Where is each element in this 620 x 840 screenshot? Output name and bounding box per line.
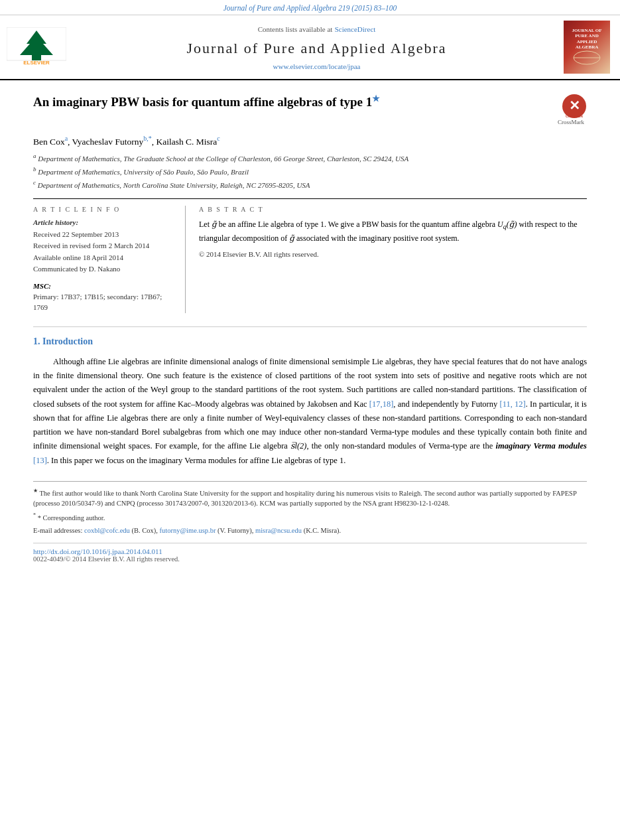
introduction-section: 1. Introduction Although affine Lie alge… xyxy=(33,326,587,468)
authors-line: Ben Coxa, Vyacheslav Futornyb,*, Kailash… xyxy=(33,135,587,147)
ref-13[interactable]: [13] xyxy=(33,456,47,465)
doi-link[interactable]: http://dx.doi.org/10.1016/j.jpaa.2014.04… xyxy=(33,547,587,555)
aff-sup-a: a xyxy=(33,153,36,159)
journal-header: ELSEVIER Contents lists available at Sci… xyxy=(0,15,620,80)
sciencedirect-link[interactable]: ScienceDirect xyxy=(335,25,376,33)
article-title-section: An imaginary PBW basis for quantum affin… xyxy=(33,94,587,125)
elsevier-logo-icon: ELSEVIER xyxy=(7,27,66,67)
email-label: E-mail addresses: xyxy=(33,527,82,534)
history-item-3: Available online 18 April 2014 xyxy=(33,252,176,264)
intro-paragraph-1: Although affine Lie algebras are infinit… xyxy=(33,355,587,468)
doi-section: http://dx.doi.org/10.1016/j.jpaa.2014.04… xyxy=(33,543,587,563)
svg-text:CrossMark: CrossMark xyxy=(566,114,583,118)
math-sl2-tilde: s̅l(2) xyxy=(290,441,306,451)
cover-decoration xyxy=(570,50,603,66)
contents-available: Contents lists available at ScienceDirec… xyxy=(80,24,554,35)
footnote-corresponding-sup: * xyxy=(33,512,36,518)
abstract-heading: A B S T R A C T xyxy=(199,206,587,213)
article-info-column: A R T I C L E I N F O Article history: R… xyxy=(33,206,186,313)
article-info-heading: A R T I C L E I N F O xyxy=(33,206,176,213)
article-history-label: Article history: xyxy=(33,218,176,226)
author-sup-a: a xyxy=(65,135,68,142)
crossmark-badge[interactable]: ✕ CrossMark xyxy=(562,94,587,119)
article-info-abstract: A R T I C L E I N F O Article history: R… xyxy=(33,198,587,313)
intro-heading: 1. Introduction xyxy=(33,336,587,347)
svg-text:✕: ✕ xyxy=(569,98,580,113)
ref-17-18[interactable]: [17,18] xyxy=(369,399,393,409)
footnotes-section: ★ The first author would like to thank N… xyxy=(33,481,587,536)
abstract-paragraph: Let g̃ be an affine Lie algebra of type … xyxy=(199,218,587,245)
affiliations: a Department of Mathematics, The Graduat… xyxy=(33,151,587,192)
history-item-4: Communicated by D. Nakano xyxy=(33,263,176,275)
msc-label: MSC: xyxy=(33,282,176,290)
history-item-1: Received 22 September 2013 xyxy=(33,229,176,241)
issn-line: 0022-4049/© 2014 Elsevier B.V. All right… xyxy=(33,555,587,563)
main-content: An imaginary PBW basis for quantum affin… xyxy=(0,80,620,576)
email-misra[interactable]: misra@ncsu.edu xyxy=(255,527,302,534)
math-g-tilde: g̃ xyxy=(212,220,217,229)
footnote-star: ★ The first author would like to thank N… xyxy=(33,487,587,509)
abstract-column: A B S T R A C T Let g̃ be an affine Lie … xyxy=(199,206,587,313)
msc-text: Primary: 17B37; 17B15; secondary: 17B67;… xyxy=(33,291,176,313)
affiliation-b: b Department of Mathematics, University … xyxy=(33,165,587,178)
email-futorny[interactable]: futorny@ime.usp.br xyxy=(159,527,216,534)
math-g-tilde-2: g̃ xyxy=(289,234,294,243)
publisher-logo-area: ELSEVIER xyxy=(7,21,73,74)
article-title-row: An imaginary PBW basis for quantum affin… xyxy=(33,94,587,119)
svg-text:ELSEVIER: ELSEVIER xyxy=(23,60,50,66)
email-cox[interactable]: coxbl@cofc.edu xyxy=(84,527,130,534)
cover-text: JOURNAL OFPURE ANDAPPLIEDALGEBRA xyxy=(572,28,602,50)
footnote-emails: E-mail addresses: coxbl@cofc.edu (B. Cox… xyxy=(33,525,587,536)
contents-text: Contents lists available at xyxy=(258,25,333,33)
imaginary-verma-text: imaginary Verma modules xyxy=(495,441,587,451)
title-star-icon: ★ xyxy=(372,94,380,104)
author-sup-b: b,* xyxy=(143,135,152,142)
math-uq: Uq(g̃) xyxy=(497,220,517,229)
crossmark-label: CrossMark xyxy=(33,119,584,125)
footnote-star-text: The first author would like to thank Nor… xyxy=(33,489,576,507)
journal-citation: Journal of Pure and Applied Algebra 219 … xyxy=(223,4,397,12)
journal-title: Journal of Pure and Applied Algebra xyxy=(80,40,554,57)
copyright-line: © 2014 Elsevier B.V. All rights reserved… xyxy=(199,250,587,258)
aff-sup-b: b xyxy=(33,166,36,173)
footnote-corresponding: * * Corresponding author. xyxy=(33,512,587,523)
ref-11-12[interactable]: [11, 12] xyxy=(500,399,526,409)
journal-cover-image: JOURNAL OFPURE ANDAPPLIEDALGEBRA xyxy=(564,21,610,74)
footnote-star-sup: ★ xyxy=(33,488,38,494)
journal-cover-area: JOURNAL OFPURE ANDAPPLIEDALGEBRA xyxy=(560,21,613,74)
abstract-text: Let g̃ be an affine Lie algebra of type … xyxy=(199,218,587,245)
author-sup-c: c xyxy=(217,135,219,142)
footnote-corresponding-text: * Corresponding author. xyxy=(38,514,105,521)
history-item-2: Received in revised form 2 March 2014 xyxy=(33,240,176,252)
affiliation-a: a Department of Mathematics, The Graduat… xyxy=(33,151,587,165)
aff-sup-c: c xyxy=(33,179,36,186)
journal-title-area: Contents lists available at ScienceDirec… xyxy=(80,21,554,74)
article-title-text: An imaginary PBW basis for quantum affin… xyxy=(33,95,372,109)
journal-top-bar: Journal of Pure and Applied Algebra 219 … xyxy=(0,0,620,15)
journal-url[interactable]: www.elsevier.com/locate/jpaa xyxy=(80,62,554,70)
affiliation-c: c Department of Mathematics, North Carol… xyxy=(33,178,587,191)
